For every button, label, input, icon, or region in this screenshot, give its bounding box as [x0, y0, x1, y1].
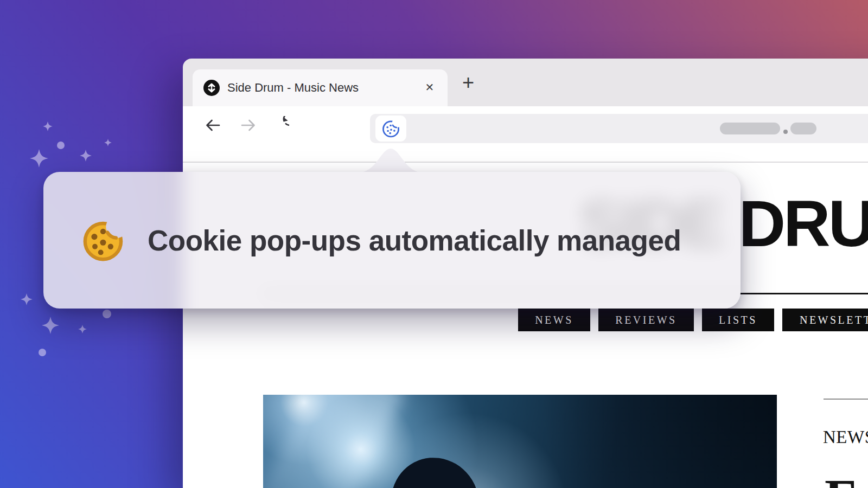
site-favicon-icon — [203, 80, 220, 96]
address-bar[interactable] — [370, 114, 868, 143]
crowd-silhouette — [388, 454, 479, 488]
cookie-icon — [380, 118, 402, 139]
cookie-extension-button[interactable] — [375, 115, 406, 142]
nav-item-reviews[interactable]: REVIEWS — [598, 309, 694, 331]
sidebar-divider — [824, 399, 868, 400]
browser-toolbar — [183, 106, 868, 163]
nav-item-newsletter[interactable]: NEWSLETTER — [782, 309, 868, 331]
site-nav: NEWS REVIEWS LISTS NEWSLETTER — [0, 309, 868, 331]
nav-item-news[interactable]: NEWS — [518, 309, 590, 331]
cookie-emoji-icon — [78, 215, 129, 266]
reload-button[interactable] — [271, 116, 289, 134]
sidebar-section-label: NEWS — [823, 427, 868, 447]
url-separator-dot — [783, 130, 788, 134]
browser-tab[interactable]: Side Drum - Music News ✕ — [193, 69, 448, 106]
concert-photo — [263, 395, 777, 488]
sidebar-headline-initial: F — [825, 472, 857, 488]
url-redacted-pill-long — [720, 123, 780, 134]
new-tab-button[interactable]: + — [456, 70, 480, 97]
url-redacted-pill-short — [790, 123, 816, 134]
tab-title: Side Drum - Music News — [227, 69, 359, 106]
cookie-callout: Cookie pop-ups automatically managed — [43, 172, 741, 309]
callout-message: Cookie pop-ups automatically managed — [148, 224, 681, 257]
tab-close-button[interactable]: ✕ — [420, 69, 439, 106]
forward-button[interactable] — [239, 116, 258, 134]
back-button[interactable] — [203, 116, 222, 134]
nav-item-lists[interactable]: LISTS — [702, 309, 774, 331]
stage: Side Drum - Music News ✕ + — [0, 0, 868, 488]
